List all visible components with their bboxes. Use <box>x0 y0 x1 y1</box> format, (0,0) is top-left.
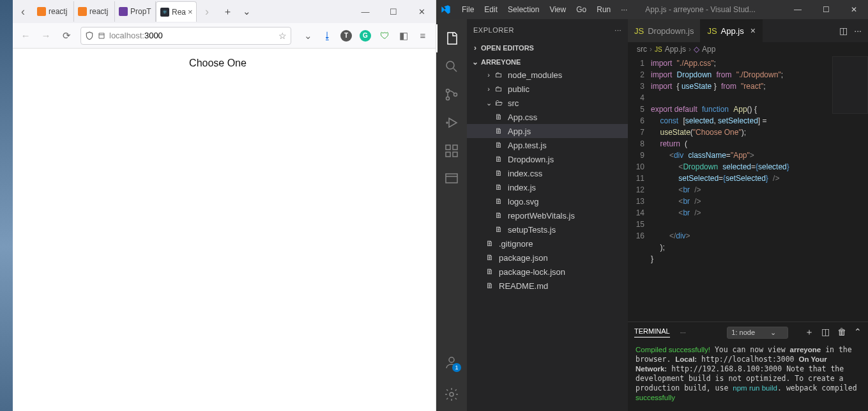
downloads-icon[interactable]: ⭳ <box>318 27 336 45</box>
split-editor-icon[interactable]: ◫ <box>839 26 848 36</box>
file-icon: 🗎 <box>485 281 495 291</box>
window-maximize[interactable]: ☐ <box>812 0 840 19</box>
panel-tab-terminal[interactable]: TERMINAL <box>634 327 670 337</box>
editor-tab-active[interactable]: JSApp.js× <box>701 19 763 42</box>
editor-tab-label: Dropdown.js <box>648 26 694 36</box>
file-row[interactable]: 🗎App.test.js <box>467 138 628 152</box>
breadcrumb-item[interactable]: App.js <box>665 45 686 54</box>
breadcrumb-item[interactable]: App <box>702 45 715 54</box>
activity-explorer-icon[interactable] <box>436 24 467 52</box>
file-row[interactable]: 🗎setupTests.js <box>467 222 628 237</box>
page-content: Choose One <box>0 49 436 411</box>
code-editor[interactable]: 12345678910111213141516 import "./App.cs… <box>628 56 868 322</box>
stackoverflow-favicon <box>37 7 46 16</box>
explorer-more-icon[interactable]: ··· <box>614 26 621 34</box>
window-minimize[interactable]: — <box>784 0 812 19</box>
ext-icon-grammarly[interactable]: G <box>356 27 374 45</box>
menu-more[interactable]: ··· <box>616 5 632 14</box>
file-icon: 🗎 <box>494 112 504 122</box>
open-editors-section[interactable]: ›OPEN EDITORS <box>467 42 628 54</box>
new-tab-button[interactable]: ＋ <box>218 3 236 20</box>
activity-scm-icon[interactable] <box>436 81 467 109</box>
folder-label: public <box>508 84 529 94</box>
folder-src[interactable]: ⌄🗁src <box>467 96 628 110</box>
activity-search-icon[interactable] <box>436 52 467 81</box>
file-row[interactable]: 🗎.gitignore <box>467 237 628 251</box>
folder-icon: 🗀 <box>494 70 504 80</box>
file-row[interactable]: 🗎index.css <box>467 166 628 180</box>
maximize-panel-icon[interactable]: ⌃ <box>854 327 862 338</box>
url-input[interactable]: localhost:3000 ☆ <box>80 27 291 45</box>
breadcrumb[interactable]: src› JSApp.js› ◇App <box>628 42 868 56</box>
project-section[interactable]: ⌄ARREYONE <box>467 56 628 68</box>
minimap[interactable] <box>832 56 868 114</box>
terminal-selector[interactable]: 1: node⌄ <box>727 327 788 339</box>
menu-run[interactable]: Run <box>591 5 616 14</box>
file-row[interactable]: 🗎README.md <box>467 279 628 293</box>
panel-more-icon[interactable]: ··· <box>680 329 686 336</box>
file-label: .gitignore <box>499 239 533 249</box>
menu-edit[interactable]: Edit <box>479 5 503 14</box>
file-icon: 🗎 <box>494 126 504 136</box>
activity-account-icon[interactable]: 1 <box>436 348 467 376</box>
kill-terminal-icon[interactable]: 🗑 <box>837 327 846 338</box>
window-close[interactable]: ✕ <box>840 0 868 19</box>
dropdown-selected-text[interactable]: Choose One <box>189 58 247 69</box>
file-row[interactable]: 🗎logo.svg <box>467 194 628 208</box>
file-label: App.test.js <box>508 141 547 150</box>
activity-extensions-icon[interactable] <box>436 137 467 165</box>
pocket-icon[interactable]: ⌄ <box>299 27 317 45</box>
ext-icon-blocker[interactable]: ◧ <box>395 27 413 45</box>
activity-settings-icon[interactable] <box>436 380 467 408</box>
menu-view[interactable]: View <box>544 5 571 14</box>
file-row[interactable]: 🗎index.js <box>467 180 628 194</box>
window-maximize[interactable]: ☐ <box>379 0 407 23</box>
more-actions-icon[interactable]: ··· <box>854 26 862 36</box>
folder-node-modules[interactable]: ›🗀node_modules <box>467 68 628 82</box>
activity-debug-icon[interactable] <box>436 109 467 137</box>
window-close[interactable]: ✕ <box>407 0 436 23</box>
menu-go[interactable]: Go <box>571 5 591 14</box>
file-row[interactable]: 🗎Dropdown.js <box>467 152 628 166</box>
tab-close-button[interactable]: × <box>186 7 193 17</box>
ext-icon-shield[interactable]: 🛡 <box>376 27 393 45</box>
file-icon: 🗎 <box>494 140 504 150</box>
app-menu-icon[interactable]: ≡ <box>414 27 432 45</box>
vscode-titlebar: File Edit Selection View Go Run ··· App.… <box>436 0 868 19</box>
split-terminal-icon[interactable]: ◫ <box>821 327 830 338</box>
file-icon: 🗎 <box>485 252 495 263</box>
tab-label: PropT <box>130 7 151 16</box>
js-file-icon: JS <box>634 26 644 36</box>
browser-tab-active[interactable]: ⚛ Rea × <box>156 1 197 22</box>
browser-tab[interactable]: reactj <box>74 1 115 22</box>
nav-reload-button[interactable]: ⟳ <box>57 27 75 45</box>
tab-history-back[interactable]: ‹ <box>13 0 33 23</box>
file-row[interactable]: 🗎reportWebVitals.js <box>467 208 628 222</box>
file-row-active[interactable]: 🗎App.js <box>467 124 628 138</box>
file-label: App.css <box>508 112 537 122</box>
file-label: reportWebVitals.js <box>508 211 575 221</box>
browser-tab[interactable]: PropT <box>115 1 156 22</box>
browser-tab-strip: ‹ reactj reactj PropT ⚛ Rea × › ＋ ⌄ — ☐ … <box>0 0 436 23</box>
terminal-output[interactable]: Compiled successfully! You can now view … <box>628 343 868 411</box>
browser-tab[interactable]: reactj <box>33 1 74 22</box>
svg-point-10 <box>449 357 454 362</box>
folder-public[interactable]: ›🗀public <box>467 82 628 96</box>
breadcrumb-item[interactable]: src <box>637 45 647 54</box>
bookmark-star-icon[interactable]: ☆ <box>278 31 287 41</box>
activity-preview-icon[interactable] <box>436 165 467 193</box>
ext-icon-t[interactable]: T <box>337 27 355 45</box>
window-minimize[interactable]: — <box>351 0 379 23</box>
file-icon: 🗎 <box>494 182 504 192</box>
tab-close-icon[interactable]: × <box>750 26 756 36</box>
file-row[interactable]: 🗎App.css <box>467 110 628 124</box>
tab-list-button[interactable]: ⌄ <box>238 3 255 20</box>
new-terminal-icon[interactable]: ＋ <box>805 327 814 338</box>
editor-tab[interactable]: JSDropdown.js <box>628 19 701 42</box>
svg-rect-7 <box>453 152 457 157</box>
stackoverflow-favicon <box>78 7 87 16</box>
file-row[interactable]: 🗎package.json <box>467 251 628 265</box>
menu-selection[interactable]: Selection <box>503 5 544 14</box>
file-row[interactable]: 🗎package-lock.json <box>467 265 628 279</box>
menu-file[interactable]: File <box>457 5 479 14</box>
